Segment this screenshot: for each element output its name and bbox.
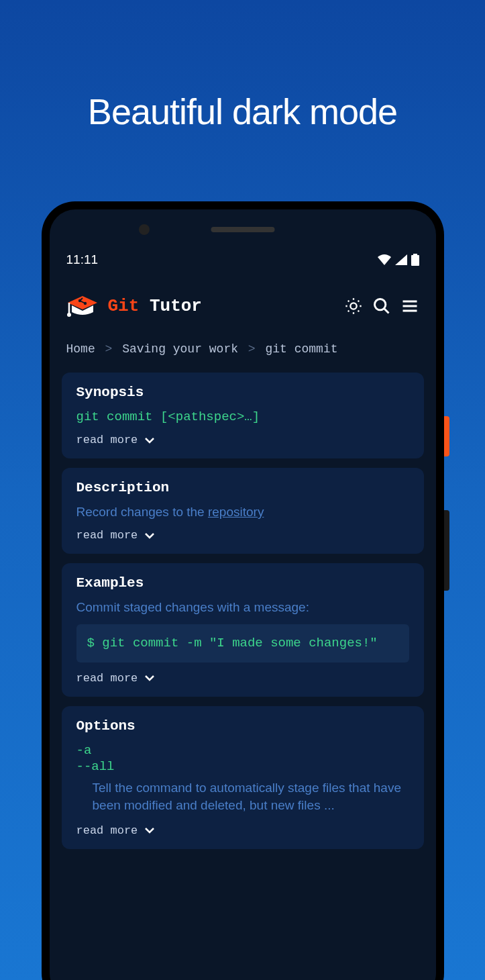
svg-point-5 xyxy=(350,303,356,309)
repository-link[interactable]: repository xyxy=(208,505,264,519)
phone-frame: 11:11 xyxy=(42,201,444,980)
option-flag-short: -a xyxy=(76,743,409,758)
status-bar: 11:11 xyxy=(50,250,436,270)
sun-icon xyxy=(344,297,363,315)
option-flag-long: --all xyxy=(76,759,409,774)
logo-icon xyxy=(66,293,99,319)
breadcrumb-section[interactable]: Saving your work xyxy=(122,342,238,356)
option-description: Tell the command to automatically stage … xyxy=(76,779,409,815)
chevron-down-icon xyxy=(144,675,155,681)
description-card: Description Record changes to the reposi… xyxy=(62,468,424,554)
options-title: Options xyxy=(76,718,409,734)
app-name: Git Tutor xyxy=(108,296,335,316)
examples-read-more[interactable]: read more xyxy=(76,672,409,685)
read-more-label: read more xyxy=(76,824,138,837)
chevron-down-icon xyxy=(144,532,155,539)
synopsis-title: Synopsis xyxy=(76,385,409,400)
examples-title: Examples xyxy=(76,575,409,591)
phone-screen: 11:11 xyxy=(50,209,436,980)
theme-toggle-button[interactable] xyxy=(344,297,363,315)
phone-volume-button xyxy=(444,510,449,591)
phone-speaker xyxy=(211,227,274,232)
svg-point-6 xyxy=(374,299,385,310)
app-header: Git Tutor xyxy=(50,270,436,332)
svg-point-2 xyxy=(67,313,71,317)
synopsis-code: git commit [<pathspec>…] xyxy=(76,409,409,424)
promo-title: Beautiful dark mode xyxy=(0,91,485,132)
hamburger-icon xyxy=(400,297,419,315)
options-read-more[interactable]: read more xyxy=(76,824,409,837)
app-name-git: Git xyxy=(108,296,140,316)
chevron-down-icon xyxy=(144,437,155,444)
breadcrumb-home[interactable]: Home xyxy=(66,342,95,356)
examples-text: Commit staged changes with a message: xyxy=(76,600,409,615)
phone-power-button xyxy=(444,416,449,456)
chevron-down-icon xyxy=(144,827,155,834)
breadcrumb-page: git commit xyxy=(265,342,337,356)
examples-card: Examples Commit staged changes with a me… xyxy=(62,563,424,697)
read-more-label: read more xyxy=(76,529,138,542)
content-cards: Synopsis git commit [<pathspec>…] read m… xyxy=(50,373,436,849)
synopsis-read-more[interactable]: read more xyxy=(76,434,409,446)
breadcrumb-sep: > xyxy=(248,342,256,356)
breadcrumb-sep: > xyxy=(105,342,113,356)
wifi-icon xyxy=(378,254,391,265)
description-read-more[interactable]: read more xyxy=(76,529,409,542)
read-more-label: read more xyxy=(76,434,138,446)
options-card: Options -a --all Tell the command to aut… xyxy=(62,706,424,849)
phone-camera xyxy=(139,224,150,235)
description-text: Record changes to the repository xyxy=(76,505,409,520)
description-title: Description xyxy=(76,480,409,495)
signal-icon xyxy=(395,254,407,265)
synopsis-card: Synopsis git commit [<pathspec>…] read m… xyxy=(62,373,424,458)
menu-button[interactable] xyxy=(400,297,419,315)
examples-code: $ git commit -m "I made some changes!" xyxy=(76,624,409,663)
svg-rect-0 xyxy=(413,254,417,255)
app-name-tutor: Tutor xyxy=(150,296,202,316)
breadcrumb: Home > Saving your work > git commit xyxy=(50,332,436,373)
svg-rect-1 xyxy=(411,255,419,266)
status-icons xyxy=(378,254,419,266)
read-more-label: read more xyxy=(76,672,138,685)
search-button[interactable] xyxy=(372,297,391,315)
battery-icon xyxy=(411,254,419,266)
status-time: 11:11 xyxy=(66,252,99,267)
search-icon xyxy=(372,297,391,315)
description-text-part: Record changes to the xyxy=(76,505,208,519)
